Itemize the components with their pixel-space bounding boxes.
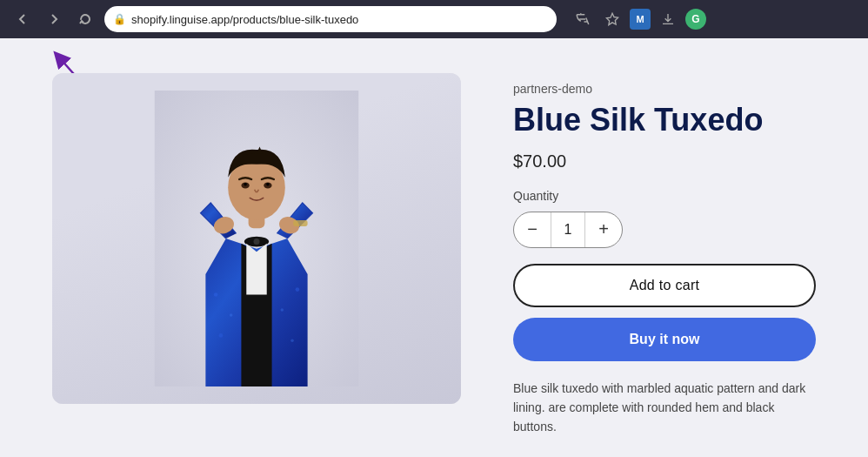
address-bar[interactable]: 🔒	[104, 6, 557, 32]
security-icon: 🔒	[113, 13, 126, 25]
browser-actions: M G	[571, 7, 706, 31]
svg-point-18	[290, 339, 294, 342]
grammarly-button[interactable]: G	[685, 9, 706, 30]
product-brand: partners-demo	[513, 82, 816, 96]
svg-point-3	[253, 239, 259, 245]
download-button[interactable]	[656, 7, 680, 31]
url-input[interactable]	[131, 13, 548, 26]
back-button[interactable]	[10, 7, 35, 31]
quantity-increase-button[interactable]: +	[585, 212, 622, 247]
quantity-value: 1	[551, 212, 585, 247]
svg-point-12	[266, 183, 270, 186]
product-description: Blue silk tuxedo with marbled aquatic pa…	[513, 379, 816, 437]
ms-extension-button[interactable]: M	[630, 9, 651, 30]
add-to-cart-button[interactable]: Add to cart	[513, 264, 816, 307]
svg-point-14	[230, 313, 233, 317]
svg-point-15	[296, 287, 300, 292]
page-content: partners-demo Blue Silk Tuxedo $70.00 Qu…	[0, 38, 868, 457]
forward-button[interactable]	[42, 7, 66, 31]
svg-point-13	[214, 292, 218, 297]
product-image	[52, 73, 461, 404]
svg-point-11	[244, 183, 247, 186]
quantity-decrease-button[interactable]: −	[514, 212, 551, 247]
product-price: $70.00	[513, 151, 816, 171]
product-info: partners-demo Blue Silk Tuxedo $70.00 Qu…	[513, 73, 816, 437]
browser-chrome: 🔒 M G	[0, 0, 868, 38]
reload-button[interactable]	[73, 7, 97, 31]
svg-point-16	[281, 308, 284, 312]
product-image-container	[52, 73, 461, 404]
svg-point-17	[219, 333, 224, 338]
product-title: Blue Silk Tuxedo	[513, 103, 816, 138]
translate-button[interactable]	[571, 7, 595, 31]
buy-now-button[interactable]: Buy it now	[513, 318, 816, 361]
svg-rect-6	[293, 220, 307, 226]
bookmark-button[interactable]	[600, 7, 624, 31]
quantity-label: Quantity	[513, 189, 816, 203]
quantity-control: − 1 +	[513, 212, 623, 248]
